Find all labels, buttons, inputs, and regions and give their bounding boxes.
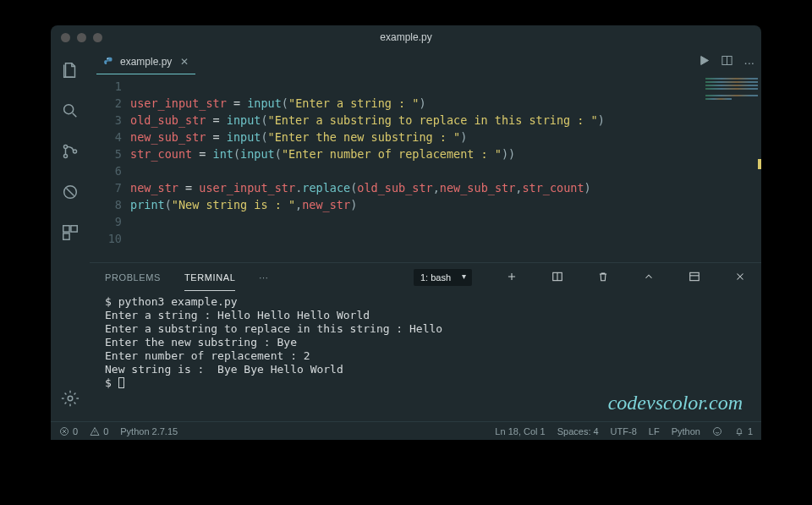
svg-rect-5 <box>63 226 69 232</box>
terminal-cursor <box>118 377 124 388</box>
activity-bar <box>51 49 90 421</box>
svg-rect-12 <box>690 272 700 280</box>
svg-rect-7 <box>63 233 69 239</box>
zoom-dot[interactable] <box>93 33 102 42</box>
status-errors[interactable]: 0 <box>59 426 78 436</box>
window-title: example.py <box>380 31 431 43</box>
status-language[interactable]: Python <box>672 426 700 436</box>
code-editor[interactable]: 1 2 3 4 5 6 7 8 9 10 user_input_str = in… <box>90 74 761 262</box>
svg-point-14 <box>713 427 721 435</box>
chevron-up-icon[interactable] <box>643 271 655 284</box>
split-terminal-icon[interactable] <box>551 271 563 284</box>
minimize-dot[interactable] <box>77 33 86 42</box>
line-gutter: 1 2 3 4 5 6 7 8 9 10 <box>90 74 130 262</box>
kill-terminal-icon[interactable] <box>597 271 609 284</box>
problems-tab[interactable]: PROBLEMS <box>105 265 161 290</box>
titlebar: example.py <box>51 25 761 49</box>
status-encoding[interactable]: UTF-8 <box>611 426 637 436</box>
python-file-icon <box>103 56 115 68</box>
search-icon[interactable] <box>61 102 80 124</box>
new-terminal-icon[interactable] <box>506 271 518 284</box>
panel-more-icon[interactable]: ··· <box>259 265 268 290</box>
svg-rect-6 <box>71 226 77 232</box>
split-editor-icon[interactable] <box>721 54 733 69</box>
status-indentation[interactable]: Spaces: 4 <box>557 426 599 436</box>
close-panel-icon[interactable] <box>734 271 746 284</box>
run-icon[interactable] <box>698 54 710 69</box>
terminal-selector[interactable]: 1: bash <box>414 269 472 286</box>
status-feedback-icon[interactable] <box>712 426 722 436</box>
editor-tabs: example.py ✕ ··· <box>90 49 761 74</box>
minimap[interactable] <box>702 74 761 262</box>
status-cursor-position[interactable]: Ln 18, Col 1 <box>495 426 545 436</box>
explorer-icon[interactable] <box>61 61 80 83</box>
status-eol[interactable]: LF <box>649 426 660 436</box>
editor-window: example.py <box>51 25 761 440</box>
debug-icon[interactable] <box>61 183 80 205</box>
close-tab-icon[interactable]: ✕ <box>180 56 189 68</box>
extensions-icon[interactable] <box>61 223 80 245</box>
tab-filename: example.py <box>120 56 172 68</box>
watermark: codevscolor.com <box>608 392 743 414</box>
maximize-panel-icon[interactable] <box>689 271 700 284</box>
svg-point-2 <box>63 154 67 157</box>
smiley-icon <box>712 426 722 436</box>
close-dot[interactable] <box>61 33 70 42</box>
svg-point-0 <box>64 105 74 114</box>
settings-gear-icon[interactable] <box>61 389 80 411</box>
traffic-lights <box>61 33 102 42</box>
error-icon <box>59 426 69 436</box>
status-python-version[interactable]: Python 2.7.15 <box>120 426 178 436</box>
code-content[interactable]: user_input_str = input("Enter a string :… <box>130 74 702 262</box>
bell-icon <box>734 426 744 436</box>
svg-point-8 <box>68 396 73 401</box>
status-warnings[interactable]: 0 <box>90 426 108 436</box>
svg-point-9 <box>107 58 108 58</box>
terminal-tab[interactable]: TERMINAL <box>184 265 235 291</box>
status-notifications[interactable]: 1 <box>734 426 753 436</box>
warning-icon <box>90 426 100 436</box>
svg-point-1 <box>63 145 67 148</box>
source-control-icon[interactable] <box>61 142 80 164</box>
panel-tabs: PROBLEMS TERMINAL ··· 1: bash <box>90 263 761 292</box>
status-bar: 0 0 Python 2.7.15 Ln 18, Col 1 Spaces: 4… <box>51 421 761 440</box>
more-actions-icon[interactable]: ··· <box>743 55 754 69</box>
file-tab[interactable]: example.py ✕ <box>96 49 195 74</box>
